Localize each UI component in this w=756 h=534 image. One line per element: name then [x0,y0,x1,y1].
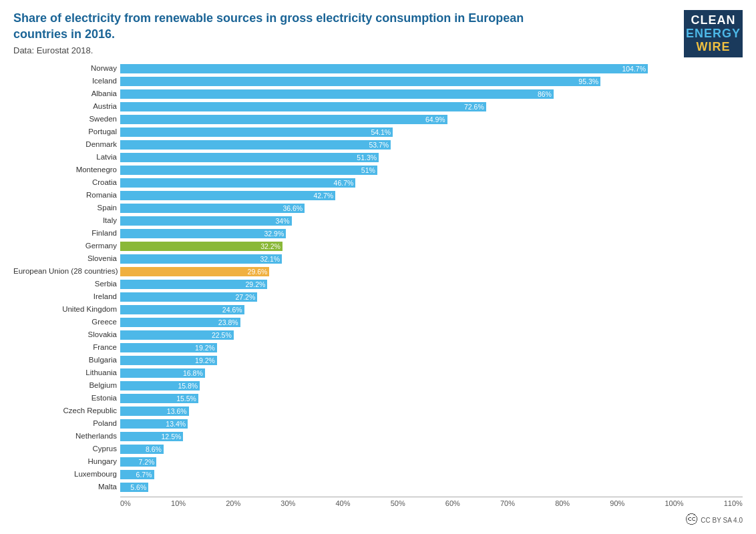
bar: 51% [120,166,377,175]
bar-wrapper: 6.7% [120,470,743,479]
bar-row: France19.2% [120,342,743,353]
bar-label: Albania [13,88,117,99]
bar-row: Estonia15.5% [120,392,743,404]
x-axis-line [120,497,743,497]
bar-label: Norway [13,63,117,74]
bar-value-label: 32.2% [260,242,282,250]
bar-row: Luxembourg6.7% [120,469,743,480]
cc-badge: 🅭 CC BY SA 4.0 [686,513,743,527]
bar-wrapper: 15.5% [120,394,743,403]
bar-label: Croatia [13,177,117,188]
x-axis-label: 70% [500,499,515,507]
x-axis-label: 60% [445,499,460,507]
bar-row: Sweden64.9% [120,113,743,125]
bar-row: Hungary7.2% [120,456,743,467]
bar-row: Italy34% [120,215,743,226]
bar-wrapper: 34% [120,216,743,226]
bar-label: European Union (28 countries) [13,266,117,277]
bar-label: Slovakia [13,329,117,340]
logo-wire: WIRE [697,41,731,54]
bar-wrapper: 19.2% [120,343,743,352]
x-axis-label: 100% [665,499,683,507]
bar-wrapper: 53.7% [120,140,743,150]
bar: 29.6% [120,267,269,276]
bar-wrapper: 23.8% [120,318,743,327]
bar-label: Ireland [13,291,117,302]
bar: 32.1% [120,254,282,264]
bar-label: Hungary [13,456,117,467]
logo-clean: CLEAN [691,14,736,27]
bar-label: Sweden [13,113,117,125]
bar-value-label: 7.2% [138,458,156,466]
bar-label: Finland [13,228,117,239]
bar-wrapper: 64.9% [120,115,743,124]
bar-value-label: 95.3% [578,77,600,85]
bar-wrapper: 8.6% [120,445,743,454]
bar: 8.6% [120,445,164,454]
bar: 64.9% [120,115,447,124]
bar: 42.7% [120,191,335,200]
bar: 32.2% [120,242,282,251]
bar: 12.5% [120,432,183,441]
bar-value-label: 15.8% [178,382,200,390]
bar-wrapper: 7.2% [120,457,743,467]
bar: 13.4% [120,419,188,429]
bar-label: Lithuania [13,367,117,378]
bar-value-label: 86% [538,90,554,98]
bar-row: Germany32.2% [120,240,743,252]
bar-label: Latvia [13,152,117,163]
bar-label: Portugal [13,126,117,138]
bar-row: Belgium15.8% [120,380,743,391]
bar-label: Belgium [13,380,117,391]
bar-value-label: 51.3% [357,154,379,162]
bar-value-label: 34% [276,217,292,225]
bar: 104.7% [120,64,648,73]
bar: 86% [120,89,554,99]
bar: 5.6% [120,483,148,492]
bar-wrapper: 5.6% [120,483,743,492]
bar-value-label: 27.2% [235,293,257,301]
bar: 29.2% [120,280,267,289]
bar-wrapper: 15.8% [120,381,743,390]
bar-wrapper: 12.5% [120,432,743,441]
x-axis-label: 50% [391,499,405,507]
bar-label: Spain [13,202,117,214]
bar: 46.7% [120,178,355,188]
bar-label: Montenegro [13,164,117,176]
bar-row: Netherlands12.5% [120,431,743,442]
bar-wrapper: 104.7% [120,64,743,73]
bar-value-label: 12.5% [162,433,184,441]
bar-label: Slovenia [13,253,117,264]
bar-value-label: 15.5% [176,394,198,403]
bar-row: Iceland95.3% [120,75,743,87]
bar: 15.8% [120,381,200,390]
cc-icon: 🅭 [686,513,698,527]
bar-label: Serbia [13,278,117,290]
bar-label: Cyprus [13,443,117,455]
bar-row: Lithuania16.8% [120,367,743,378]
bar-wrapper: 51% [120,166,743,175]
bar-value-label: 53.7% [369,141,391,149]
bar-label: Greece [13,316,117,328]
x-axis-label: 10% [171,499,186,507]
chart-title: Share of electricity from renewable sour… [13,10,561,43]
bar-value-label: 54.1% [371,128,393,136]
bar: 6.7% [120,470,154,479]
bar-row: Spain36.6% [120,202,743,214]
bar-wrapper: 24.6% [120,305,743,314]
bar-label: Bulgaria [13,354,117,366]
bar-value-label: 64.9% [425,115,447,123]
x-axis-label: 110% [724,499,743,507]
chart-subtitle: Data: Eurostat 2018. [13,45,561,55]
bar-row: Czech Republic13.6% [120,405,743,417]
bar: 7.2% [120,457,156,467]
bar-wrapper: 16.8% [120,368,743,378]
bar-wrapper: 13.4% [120,419,743,429]
bar-row: Croatia46.7% [120,177,743,188]
bar-value-label: 104.7% [622,65,648,73]
bar-label: Germany [13,240,117,252]
bar: 51.3% [120,153,379,162]
bar-row: Slovakia22.5% [120,329,743,340]
x-axis-label: 30% [280,499,295,507]
bar-wrapper: 29.2% [120,280,743,289]
